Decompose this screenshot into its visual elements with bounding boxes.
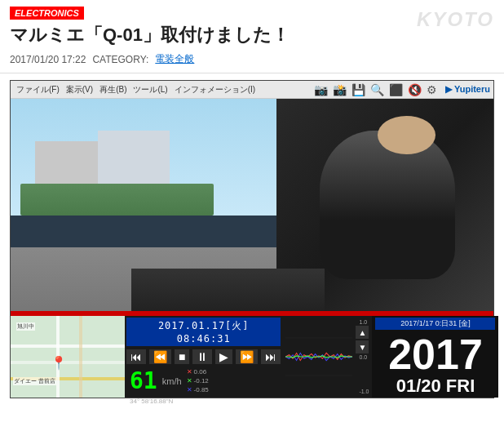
driver-figure (320, 131, 455, 279)
scroll-down-button[interactable]: ▼ (356, 340, 369, 353)
sensor-row-3: ✕ -0.85 (187, 385, 209, 394)
year-display: 2017 (388, 333, 483, 376)
video-main (11, 99, 493, 311)
map-panel: 旭川中 ダイエー 昔前店 📍 (11, 316, 125, 398)
car-dash (131, 269, 325, 311)
graph-label-bot: -1.0 (359, 389, 369, 394)
center-controls: 2017.01.17[火] 08:46:31 ⏮ ⏪ ■ ⏸ ▶ ⏩ ⏭ 61 … (125, 316, 282, 398)
map-background: 旭川中 ダイエー 昔前店 📍 (11, 316, 125, 398)
zoom-icon[interactable]: 🔍 (370, 83, 384, 96)
map-pin: 📍 (51, 355, 67, 371)
menu-view[interactable]: 案示(V) (64, 83, 95, 96)
coordinates: 34° 58'16.88"N (126, 397, 281, 406)
mute-icon[interactable]: 🔇 (408, 83, 422, 96)
skip-next-button[interactable]: ⏭ (261, 349, 281, 364)
bottom-controls: 旭川中 ダイエー 昔前店 📍 2017.01.17[火] 08:46:31 ⏮ … (11, 316, 493, 398)
menu-play[interactable]: 再生(B) (97, 83, 129, 96)
kyoto-watermark: KYOTO (417, 8, 494, 31)
trees-area (20, 184, 214, 216)
transport-controls: ⏮ ⏪ ■ ⏸ ▶ ⏩ ⏭ (126, 348, 281, 366)
map-label-school: 旭川中 (16, 322, 35, 331)
sensor-row-1: ✕ 0.06 (187, 367, 209, 376)
rewind-button[interactable]: ⏪ (149, 349, 171, 364)
scroll-up-button[interactable]: ▲ (356, 326, 369, 339)
timestamp-text: 2017.01.17[火] 08:46:31 (130, 319, 277, 344)
driver-head (378, 116, 435, 154)
save-icon[interactable]: 💾 (351, 83, 365, 96)
date-panel: 2017/1/17 0:日31 [金] 2017 01/20 FRI (372, 316, 498, 398)
fast-forward-button[interactable]: ⏩ (236, 349, 258, 364)
waveform-svg (285, 319, 352, 394)
menu-file[interactable]: ファイル(F) (14, 83, 62, 96)
brand-logo: ▶ Yupiteru (445, 84, 490, 95)
menu-info[interactable]: インフォメーション(I) (172, 83, 258, 96)
sensor-row-2: ✕ -0.12 (187, 376, 209, 385)
menu-icons: 📷 📸 💾 🔍 ⬛ 🔇 ⚙ ▶ Yupiteru (314, 83, 490, 96)
video-player: ファイル(F) 案示(V) 再生(B) ツール(L) インフォメーション(I) … (10, 80, 494, 398)
speed-panel: 61 km/h ✕ 0.06 ✕ -0.12 ✕ -0.85 (126, 366, 281, 397)
date-display: 01/20 FRI (396, 376, 475, 397)
dashcam-view (11, 99, 493, 311)
graph-panel: 1.0 0.0 -1.0 ▲ (282, 316, 372, 398)
building-left2 (98, 131, 170, 184)
speed-unit: km/h (162, 376, 182, 386)
category-link[interactable]: 電装全般 (155, 52, 194, 66)
play-button[interactable]: ▶ (215, 349, 232, 364)
time-display: 2017.01.17[火] 08:46:31 (126, 318, 281, 346)
map-label-store: ダイエー 昔前店 (13, 377, 56, 385)
stop-icon[interactable]: ⬛ (389, 83, 403, 96)
date-panel-top: 2017/1/17 0:日31 [金] (375, 318, 495, 330)
skip-prev-button[interactable]: ⏮ (126, 349, 146, 364)
settings-icon[interactable]: ⚙ (427, 83, 437, 96)
graph-canvas (285, 319, 352, 394)
stop-button[interactable]: ■ (175, 349, 189, 364)
menu-tools[interactable]: ツール(L) (130, 83, 170, 96)
speed-display: 61 (130, 370, 157, 393)
article-date: 2017/01/20 17:22 (10, 54, 86, 65)
category-label: CATEGORY: (92, 54, 148, 65)
scroll-controls: ▲ ▼ (354, 324, 370, 355)
photo-icon[interactable]: 📸 (333, 83, 347, 96)
article-meta: 2017/01/20 17:22 CATEGORY: 電装全般 (0, 52, 504, 73)
camera-icon[interactable]: 📷 (314, 83, 328, 96)
pause-button[interactable]: ⏸ (192, 349, 212, 364)
menu-items: ファイル(F) 案示(V) 再生(B) ツール(L) インフォメーション(I) (14, 83, 258, 96)
menu-bar: ファイル(F) 案示(V) 再生(B) ツール(L) インフォメーション(I) … (11, 81, 493, 99)
sensor-data: ✕ 0.06 ✕ -0.12 ✕ -0.85 (187, 367, 209, 395)
